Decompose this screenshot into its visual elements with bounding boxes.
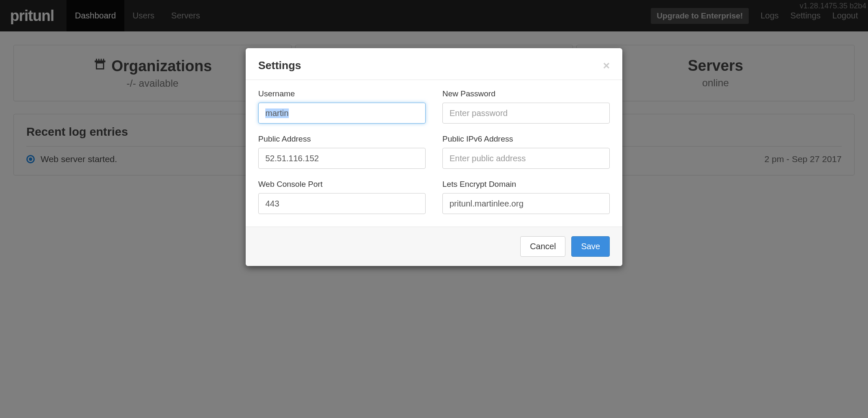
ipv6-input[interactable]	[442, 148, 610, 169]
group-username: Username	[258, 89, 426, 124]
close-icon[interactable]: ×	[603, 60, 610, 72]
group-public-address: Public Address	[258, 134, 426, 169]
username-input[interactable]	[258, 103, 426, 124]
save-button[interactable]: Save	[571, 236, 610, 257]
group-password: New Password	[442, 89, 610, 124]
group-le-domain: Lets Encrypt Domain	[442, 180, 610, 214]
password-input[interactable]	[442, 103, 610, 124]
modal-body: Username New Password Public Address Pub…	[246, 80, 622, 227]
label-username: Username	[258, 89, 426, 98]
settings-modal: Settings × Username New Password Public …	[246, 48, 622, 266]
modal-title: Settings	[258, 59, 301, 72]
group-web-port: Web Console Port	[258, 180, 426, 214]
modal-footer: Cancel Save	[246, 227, 622, 266]
label-password: New Password	[442, 89, 610, 98]
label-le-domain: Lets Encrypt Domain	[442, 180, 610, 189]
label-public-address: Public Address	[258, 134, 426, 144]
label-ipv6: Public IPv6 Address	[442, 134, 610, 144]
group-ipv6: Public IPv6 Address	[442, 134, 610, 169]
web-port-input[interactable]	[258, 193, 426, 214]
label-web-port: Web Console Port	[258, 180, 426, 189]
modal-header: Settings ×	[246, 48, 622, 80]
public-address-input[interactable]	[258, 148, 426, 169]
cancel-button[interactable]: Cancel	[520, 236, 565, 257]
le-domain-input[interactable]	[442, 193, 610, 214]
